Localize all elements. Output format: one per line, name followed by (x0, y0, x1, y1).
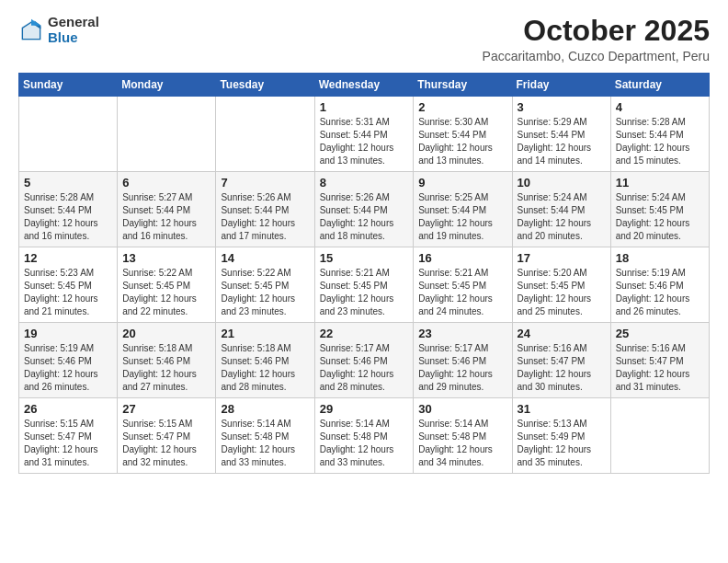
day-number: 11 (616, 176, 704, 190)
calendar-week-row: 19Sunrise: 5:19 AM Sunset: 5:46 PM Dayli… (19, 323, 710, 398)
day-number: 12 (24, 251, 112, 265)
calendar-week-row: 5Sunrise: 5:28 AM Sunset: 5:44 PM Daylig… (19, 172, 710, 247)
calendar-cell: 25Sunrise: 5:16 AM Sunset: 5:47 PM Dayli… (610, 323, 709, 398)
day-info: Sunrise: 5:30 AM Sunset: 5:44 PM Dayligh… (418, 116, 506, 167)
calendar-week-row: 12Sunrise: 5:23 AM Sunset: 5:45 PM Dayli… (19, 247, 710, 323)
calendar-cell: 18Sunrise: 5:19 AM Sunset: 5:46 PM Dayli… (610, 247, 709, 323)
logo: General Blue (18, 15, 99, 45)
day-info: Sunrise: 5:28 AM Sunset: 5:44 PM Dayligh… (24, 191, 112, 243)
calendar-cell: 11Sunrise: 5:24 AM Sunset: 5:45 PM Dayli… (610, 172, 709, 247)
month-title: October 2025 (483, 15, 710, 47)
page-header: General Blue October 2025 Paccaritambo, … (18, 15, 710, 63)
day-info: Sunrise: 5:21 AM Sunset: 5:45 PM Dayligh… (320, 267, 409, 318)
day-info: Sunrise: 5:21 AM Sunset: 5:45 PM Dayligh… (418, 267, 506, 318)
calendar-week-row: 26Sunrise: 5:15 AM Sunset: 5:47 PM Dayli… (19, 398, 710, 474)
day-number: 14 (221, 251, 309, 265)
day-info: Sunrise: 5:22 AM Sunset: 5:45 PM Dayligh… (122, 267, 210, 318)
day-number: 15 (320, 251, 409, 265)
day-number: 21 (221, 327, 309, 340)
calendar-cell: 7Sunrise: 5:26 AM Sunset: 5:44 PM Daylig… (216, 172, 314, 247)
svg-marker-3 (31, 18, 41, 25)
day-info: Sunrise: 5:17 AM Sunset: 5:46 PM Dayligh… (320, 342, 409, 394)
calendar-cell (610, 398, 709, 474)
day-info: Sunrise: 5:31 AM Sunset: 5:44 PM Dayligh… (320, 116, 409, 167)
logo-general-text: General (48, 15, 99, 30)
day-info: Sunrise: 5:25 AM Sunset: 5:44 PM Dayligh… (418, 191, 506, 243)
day-number: 7 (221, 176, 309, 190)
weekday-header-sunday: Sunday (19, 74, 118, 97)
day-number: 25 (616, 327, 704, 340)
day-number: 5 (24, 176, 112, 190)
calendar-week-row: 1Sunrise: 5:31 AM Sunset: 5:44 PM Daylig… (19, 97, 710, 172)
day-number: 10 (518, 176, 606, 190)
calendar-cell: 21Sunrise: 5:18 AM Sunset: 5:46 PM Dayli… (216, 323, 314, 398)
day-number: 23 (418, 327, 506, 340)
day-number: 13 (122, 251, 210, 265)
day-number: 18 (616, 251, 704, 265)
calendar-cell: 12Sunrise: 5:23 AM Sunset: 5:45 PM Dayli… (19, 247, 118, 323)
day-number: 31 (518, 402, 606, 416)
day-info: Sunrise: 5:19 AM Sunset: 5:46 PM Dayligh… (24, 342, 112, 394)
calendar-cell: 5Sunrise: 5:28 AM Sunset: 5:44 PM Daylig… (19, 172, 118, 247)
logo-blue-text: Blue (48, 30, 99, 46)
calendar-cell: 23Sunrise: 5:17 AM Sunset: 5:46 PM Dayli… (414, 323, 512, 398)
day-number: 30 (418, 402, 506, 416)
day-number: 2 (418, 100, 506, 114)
day-info: Sunrise: 5:16 AM Sunset: 5:47 PM Dayligh… (518, 342, 606, 394)
calendar-cell: 9Sunrise: 5:25 AM Sunset: 5:44 PM Daylig… (414, 172, 512, 247)
day-info: Sunrise: 5:15 AM Sunset: 5:47 PM Dayligh… (122, 418, 210, 469)
calendar-cell: 4Sunrise: 5:28 AM Sunset: 5:44 PM Daylig… (610, 97, 709, 172)
calendar-cell: 16Sunrise: 5:21 AM Sunset: 5:45 PM Dayli… (414, 247, 512, 323)
calendar-cell: 30Sunrise: 5:14 AM Sunset: 5:48 PM Dayli… (414, 398, 512, 474)
day-info: Sunrise: 5:14 AM Sunset: 5:48 PM Dayligh… (418, 418, 506, 469)
day-info: Sunrise: 5:23 AM Sunset: 5:45 PM Dayligh… (24, 267, 112, 318)
day-info: Sunrise: 5:28 AM Sunset: 5:44 PM Dayligh… (616, 116, 704, 167)
calendar-cell: 2Sunrise: 5:30 AM Sunset: 5:44 PM Daylig… (414, 97, 512, 172)
day-info: Sunrise: 5:24 AM Sunset: 5:45 PM Dayligh… (616, 191, 704, 243)
day-info: Sunrise: 5:26 AM Sunset: 5:44 PM Dayligh… (320, 191, 409, 243)
day-number: 29 (320, 402, 409, 416)
calendar-table: SundayMondayTuesdayWednesdayThursdayFrid… (18, 73, 710, 474)
day-number: 8 (320, 176, 409, 190)
day-number: 3 (518, 100, 606, 114)
day-number: 27 (122, 402, 210, 416)
day-info: Sunrise: 5:18 AM Sunset: 5:46 PM Dayligh… (221, 342, 309, 394)
logo-icon (18, 17, 44, 43)
calendar-cell: 8Sunrise: 5:26 AM Sunset: 5:44 PM Daylig… (314, 172, 414, 247)
weekday-header-wednesday: Wednesday (314, 74, 414, 97)
calendar-cell: 15Sunrise: 5:21 AM Sunset: 5:45 PM Dayli… (314, 247, 414, 323)
day-info: Sunrise: 5:14 AM Sunset: 5:48 PM Dayligh… (320, 418, 409, 469)
day-number: 9 (418, 176, 506, 190)
day-number: 26 (24, 402, 112, 416)
calendar-cell: 28Sunrise: 5:14 AM Sunset: 5:48 PM Dayli… (216, 398, 314, 474)
calendar-cell (216, 97, 314, 172)
day-number: 28 (221, 402, 309, 416)
day-number: 4 (616, 100, 704, 114)
logo-text: General Blue (48, 15, 99, 45)
location-subtitle: Paccaritambo, Cuzco Department, Peru (483, 49, 710, 63)
day-number: 22 (320, 327, 409, 340)
day-info: Sunrise: 5:24 AM Sunset: 5:44 PM Dayligh… (518, 191, 606, 243)
day-info: Sunrise: 5:13 AM Sunset: 5:49 PM Dayligh… (518, 418, 606, 469)
weekday-header-saturday: Saturday (610, 74, 709, 97)
day-info: Sunrise: 5:22 AM Sunset: 5:45 PM Dayligh… (221, 267, 309, 318)
day-number: 19 (24, 327, 112, 340)
calendar-cell: 3Sunrise: 5:29 AM Sunset: 5:44 PM Daylig… (512, 97, 610, 172)
day-info: Sunrise: 5:14 AM Sunset: 5:48 PM Dayligh… (221, 418, 309, 469)
day-info: Sunrise: 5:27 AM Sunset: 5:44 PM Dayligh… (122, 191, 210, 243)
day-info: Sunrise: 5:17 AM Sunset: 5:46 PM Dayligh… (418, 342, 506, 394)
calendar-cell: 20Sunrise: 5:18 AM Sunset: 5:46 PM Dayli… (118, 323, 216, 398)
calendar-cell: 26Sunrise: 5:15 AM Sunset: 5:47 PM Dayli… (19, 398, 118, 474)
calendar-cell: 29Sunrise: 5:14 AM Sunset: 5:48 PM Dayli… (314, 398, 414, 474)
day-number: 20 (122, 327, 210, 340)
weekday-header-monday: Monday (118, 74, 216, 97)
calendar-cell (19, 97, 118, 172)
day-number: 6 (122, 176, 210, 190)
calendar-cell: 10Sunrise: 5:24 AM Sunset: 5:44 PM Dayli… (512, 172, 610, 247)
day-info: Sunrise: 5:29 AM Sunset: 5:44 PM Dayligh… (518, 116, 606, 167)
calendar-cell: 14Sunrise: 5:22 AM Sunset: 5:45 PM Dayli… (216, 247, 314, 323)
day-number: 24 (518, 327, 606, 340)
day-info: Sunrise: 5:20 AM Sunset: 5:45 PM Dayligh… (518, 267, 606, 318)
calendar-cell: 17Sunrise: 5:20 AM Sunset: 5:45 PM Dayli… (512, 247, 610, 323)
day-number: 16 (418, 251, 506, 265)
